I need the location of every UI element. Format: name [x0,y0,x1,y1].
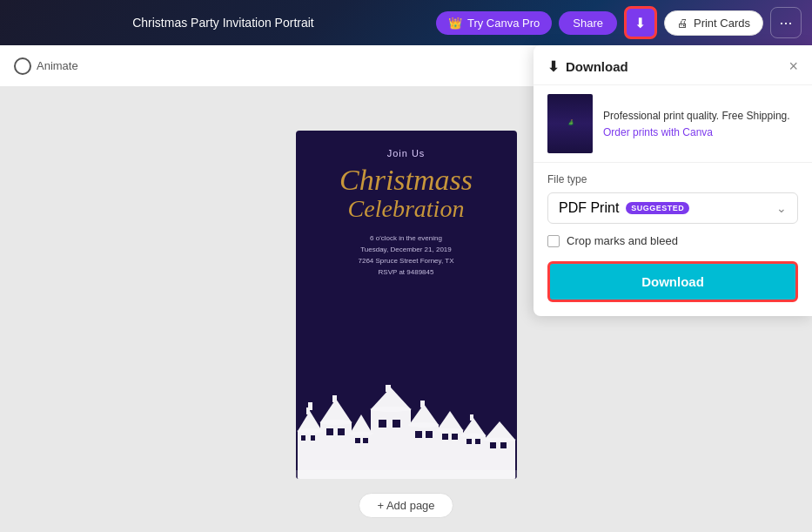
download-button-wrapper: Download [534,258,812,302]
svg-rect-42 [451,439,458,448]
app-header: Christmas Party Invitation Portrait 👑 Tr… [0,0,812,45]
print-cards-button[interactable]: 🖨 Print Cards [664,10,763,36]
svg-rect-11 [339,437,348,449]
download-button[interactable]: Download [547,261,798,302]
svg-rect-6 [301,435,305,441]
svg-rect-41 [441,439,448,448]
invite-join-us-text: Join Us [387,148,426,158]
svg-rect-55 [501,448,508,458]
svg-rect-34 [414,437,422,448]
svg-rect-26 [379,442,388,455]
svg-rect-47 [466,444,472,453]
file-type-selected-value: PDF Print SUGGESTED [559,200,689,216]
svg-rect-48 [474,444,480,453]
svg-rect-43 [442,434,448,440]
download-arrow-icon: ⬇ [634,15,646,31]
file-type-section: File type PDF Print SUGGESTED ⌄ [534,163,812,231]
svg-rect-66 [296,470,517,479]
invite-title-line1: Christmass [339,164,473,196]
svg-point-64 [460,434,487,438]
printer-icon: 🖨 [677,17,688,30]
animate-button[interactable]: Animate [14,57,78,75]
svg-rect-18 [355,442,361,451]
download-header-icon: ⬇ [547,58,559,75]
svg-rect-14 [338,428,345,435]
chevron-down-icon: ⌄ [776,201,787,215]
download-icon-button[interactable]: ⬇ [624,6,657,39]
document-title: Christmas Party Invitation Portrait [19,16,427,30]
svg-rect-56 [490,442,496,448]
svg-rect-49 [466,439,472,444]
svg-point-58 [297,428,323,434]
file-type-select[interactable]: PDF Print SUGGESTED ⌄ [547,192,798,224]
print-quality-banner: 🎄 Professional print quality. Free Shipp… [534,85,812,163]
invite-details: 6 o'clock in the evening Tuesday, Decemb… [359,233,454,278]
svg-rect-15 [332,395,337,402]
try-canva-pro-button[interactable]: 👑 Try Canva Pro [436,11,552,35]
download-panel-header: ⬇ Download × [534,45,812,85]
invite-houses [296,383,517,479]
invitation-card[interactable]: Join Us Christmass Celebration 6 o'clock… [296,131,517,479]
svg-point-59 [319,420,352,425]
share-button[interactable]: Share [559,11,617,35]
main-content-area: 🔗 ⧉ 🗑 Join Us Christmass Celebration 6 o… [0,87,812,532]
order-prints-link[interactable]: Order prints with Canva [603,126,713,138]
svg-rect-57 [500,442,507,448]
svg-rect-36 [415,431,422,438]
svg-rect-35 [426,437,433,448]
add-page-button[interactable]: + Add page [359,493,453,518]
svg-rect-29 [393,420,400,428]
svg-point-62 [408,422,440,428]
svg-point-63 [436,428,464,433]
more-options-button[interactable]: ··· [770,7,802,38]
svg-rect-3 [303,444,310,455]
svg-point-65 [483,438,516,442]
add-page-bar: + Add page [359,489,453,521]
svg-rect-12 [308,402,312,410]
print-thumbnail-inner: 🎄 [547,94,593,153]
svg-rect-38 [420,401,425,407]
download-panel-close-button[interactable]: × [789,57,798,76]
svg-rect-10 [325,437,334,449]
print-thumbnail: 🎄 [547,94,593,153]
svg-rect-4 [312,444,319,455]
svg-rect-50 [475,439,480,444]
download-panel: ⬇ Download × 🎄 Professional print qualit… [534,45,812,316]
svg-rect-13 [326,428,333,435]
crop-marks-row: Crop marks and bleed [534,231,812,258]
crop-marks-label: Crop marks and bleed [567,234,678,247]
svg-rect-44 [452,434,458,440]
svg-rect-37 [426,431,433,438]
crop-marks-checkbox[interactable] [547,235,560,247]
svg-rect-21 [363,438,368,443]
suggested-badge: SUGGESTED [626,202,689,214]
svg-rect-54 [489,448,496,458]
svg-rect-19 [364,442,370,451]
svg-rect-30 [386,385,391,392]
animate-icon [14,57,31,75]
file-type-label: File type [547,173,798,185]
svg-point-60 [349,432,373,436]
download-panel-title: ⬇ Download [547,58,628,75]
svg-rect-28 [379,420,386,428]
svg-rect-20 [355,438,360,443]
crown-icon: 👑 [448,17,462,30]
svg-rect-27 [393,442,402,455]
invite-title-line2: Celebration [348,196,465,223]
print-quality-text-area: Professional print quality. Free Shippin… [603,108,798,139]
svg-rect-7 [311,435,315,441]
header-actions: 👑 Try Canva Pro Share ⬇ 🖨 Print Cards ··… [436,6,802,39]
svg-rect-51 [470,414,473,421]
svg-point-61 [370,407,412,412]
